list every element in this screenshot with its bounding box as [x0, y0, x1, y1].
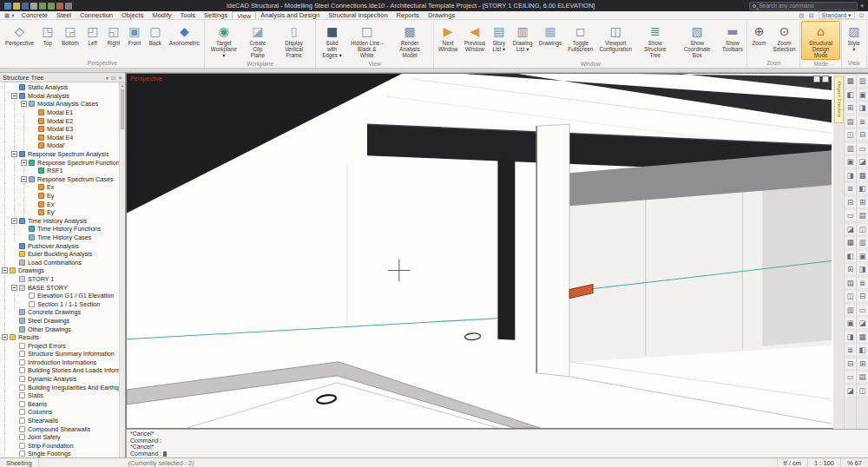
tool-icon[interactable]: ◧: [845, 89, 856, 100]
menu-item-reports[interactable]: Reports: [392, 11, 424, 19]
menu-item-modify[interactable]: Modify: [148, 11, 175, 19]
viewport-maximize-icon[interactable]: [822, 76, 829, 82]
ribbon-button-solid-with-edges[interactable]: ■Solid with Edges ▾: [317, 21, 346, 60]
pin-icon[interactable]: ⊡: [111, 75, 115, 81]
tree-item-introduction-informations[interactable]: Introduction Informations: [0, 358, 125, 367]
options-icon[interactable]: [65, 3, 72, 10]
command-line[interactable]: *Cancel*Command :*Cancel*Command :: [126, 429, 868, 457]
tree-item-drawings[interactable]: Drawings: [0, 266, 125, 275]
tool-icon[interactable]: ≣: [845, 345, 856, 355]
ribbon-button-drawings[interactable]: ▦Drawings: [536, 21, 565, 60]
ribbon-button-show-toolbars[interactable]: ▬Show Toolbars: [719, 21, 746, 60]
ribbon-button-axonometric[interactable]: ◆Axonometric: [166, 21, 203, 59]
zoom-indicator[interactable]: % 67: [840, 458, 868, 467]
tool-icon[interactable]: ▥: [845, 143, 856, 154]
tool-icon[interactable]: ◨: [845, 332, 856, 342]
ribbon-button-left[interactable]: ◰Left: [82, 21, 103, 59]
scroll-up-icon[interactable]: ▲: [120, 82, 125, 89]
tree-item-single-footings[interactable]: Single Footings: [0, 450, 125, 457]
tool-icon[interactable]: ▥: [858, 237, 868, 247]
collapse-icon[interactable]: [11, 285, 17, 291]
viewport[interactable]: Perspective: [126, 73, 833, 429]
ribbon-button-show-coordinate-box[interactable]: ▧Show Coordinate Box: [675, 21, 719, 60]
tree-item-strip-foundation[interactable]: Strip Foundation: [0, 442, 125, 451]
ribbon-button-structural-design-mode[interactable]: ⌂Structural Design Mode: [801, 21, 839, 60]
tool-icon[interactable]: ▤: [845, 116, 856, 127]
layers-icon[interactable]: ▤: [808, 12, 813, 19]
scroll-thumb[interactable]: [121, 89, 124, 129]
tool-icon[interactable]: ◫: [858, 224, 868, 234]
tool-icon[interactable]: ◨: [858, 264, 868, 274]
tree-item-static-analysis[interactable]: Static Analysis: [0, 83, 125, 92]
tool-icon[interactable]: ▤: [858, 372, 868, 382]
tree-item-modal-analysis-cases[interactable]: Modal Analysis Cases: [0, 100, 125, 109]
ribbon-button-right[interactable]: ◱Right: [103, 21, 124, 59]
scale-indicator[interactable]: 1 : 100: [807, 458, 840, 467]
tree-item-concrete-drawings[interactable]: Concrete Drawings: [0, 308, 125, 317]
tool-icon[interactable]: ◧: [858, 345, 868, 355]
tool-icon[interactable]: ⊟: [845, 197, 856, 207]
standard-dropdown[interactable]: Standard ▾: [819, 11, 855, 19]
tree-item-structure-summary-information[interactable]: Structure Summary Information: [0, 350, 125, 358]
tree-item-ex[interactable]: Ex': [0, 200, 125, 208]
ribbon-button-drawing-list[interactable]: ▥Drawing List ▾: [510, 21, 536, 60]
tree-item-modal-analysis[interactable]: Modal Analysis: [0, 92, 125, 101]
tree-item-load-combinations[interactable]: Load Combinations: [0, 258, 125, 266]
tree-item-time-history-cases[interactable]: Time History Cases: [0, 234, 125, 242]
new-file-icon[interactable]: [4, 3, 11, 10]
ribbon-button-story-list[interactable]: ▤Story List ▾: [489, 21, 510, 60]
tree-item-ey[interactable]: Ey': [0, 208, 125, 217]
chevron-down-icon[interactable]: ▾: [860, 3, 864, 10]
tree-item-time-history-analysis[interactable]: Time History Analysis: [0, 217, 125, 226]
tree-item-other-drawings[interactable]: Other Drawings: [0, 325, 125, 333]
tool-icon[interactable]: ⊟: [845, 358, 856, 369]
tree-item-ex[interactable]: Ex: [0, 183, 125, 192]
tool-icon[interactable]: ▦: [845, 237, 856, 247]
tree-item-elevation-g1-g1-elevation[interactable]: Elevation G1 / G1 Elevation: [0, 292, 125, 300]
ribbon-button-render-analysis-model[interactable]: ▩Render Analysis Model: [387, 21, 432, 60]
tool-icon[interactable]: ◨: [858, 102, 868, 113]
command-search[interactable]: [749, 2, 858, 10]
tree-item-modal-e2[interactable]: Modal E2: [0, 116, 125, 125]
collapse-icon[interactable]: [21, 160, 27, 166]
dock-menu-icon[interactable]: ▾: [106, 75, 108, 81]
ribbon-button-top[interactable]: ◳Top: [37, 21, 58, 59]
collapse-icon[interactable]: [2, 334, 8, 340]
viewport-3d-scene[interactable]: [127, 74, 833, 428]
ribbon-button-zoom-selection[interactable]: ⊙Zoom Selection: [770, 21, 799, 59]
tool-icon[interactable]: ▭: [858, 143, 868, 154]
tree-item-rsf1[interactable]: RSF1: [0, 167, 125, 175]
menu-item-settings[interactable]: Settings: [200, 11, 232, 19]
tool-icon[interactable]: ▦: [858, 170, 868, 181]
tool-icon[interactable]: ≣: [858, 116, 868, 127]
tool-icon[interactable]: ≣: [845, 183, 856, 194]
ribbon-button-zoom[interactable]: ⊕Zoom: [748, 21, 769, 59]
tool-icon[interactable]: ≣: [858, 278, 868, 288]
menu-item-view[interactable]: View: [232, 11, 256, 19]
tool-icon[interactable]: ◪: [845, 385, 856, 396]
viewport-restore-icon[interactable]: [813, 76, 820, 82]
tree-item-building-irregularities-and-earthquake[interactable]: Building Irregularities And Earthquake: [0, 383, 125, 391]
tree-item-joint-safety[interactable]: Joint Safety: [0, 433, 125, 442]
tool-icon[interactable]: ◫: [858, 385, 868, 396]
tree-item-project-errors[interactable]: Project Errors: [0, 341, 125, 350]
collapse-icon[interactable]: [11, 218, 17, 224]
menu-item-objects[interactable]: Objects: [117, 11, 148, 19]
print-icon[interactable]: [30, 3, 37, 10]
tree-item-steel-drawings[interactable]: Steel Drawings: [0, 317, 125, 326]
tree-item-beams[interactable]: Beams: [0, 400, 125, 409]
tool-icon[interactable]: ▣: [858, 89, 868, 100]
tree-item-modal-e1[interactable]: Modal E1: [0, 109, 125, 117]
tree-item-section-1-1-1-section[interactable]: Section 1 / 1-1 Section: [0, 299, 125, 308]
ribbon-button-toggle-fullscreen[interactable]: ◻Toggle Fullscreen: [565, 21, 596, 60]
tree-item-story-1[interactable]: STORY 1: [0, 275, 125, 284]
tool-icon[interactable]: ◨: [845, 170, 856, 181]
tool-icon[interactable]: ▤: [845, 278, 856, 288]
tool-icon[interactable]: ⊞: [858, 197, 868, 207]
tool-icon[interactable]: ◫: [845, 129, 856, 140]
tree-item-response-spectrum-functions[interactable]: Response Spectrum Functions: [0, 158, 125, 167]
app-menu-icon[interactable]: ▦ ▾: [2, 11, 16, 19]
tree-item-building-stories-and-loads-information[interactable]: Building Stories And Loads Information: [0, 366, 125, 375]
tool-icon[interactable]: ▥: [845, 305, 856, 315]
menu-item-concrete[interactable]: Concrete: [16, 11, 51, 19]
